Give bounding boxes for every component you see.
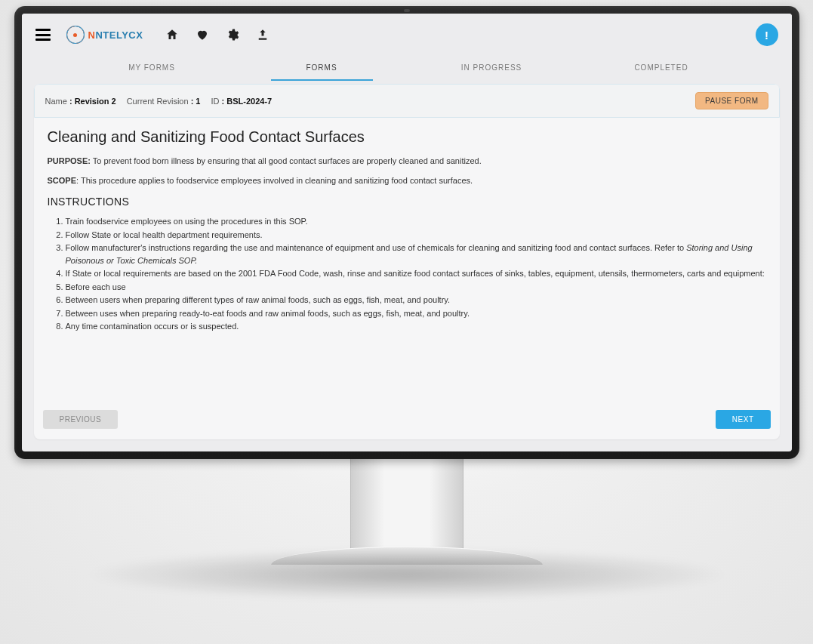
tab-in-progress[interactable]: IN PROGRESS (407, 56, 577, 81)
app-root: NNTELYCX ! MY FORMS FORMS (22, 14, 792, 451)
top-icon-group (165, 28, 269, 42)
form-card: Name : Revision 2 Current Revision : 1 I… (34, 84, 780, 439)
list-item: Between users when preparing different t… (66, 294, 766, 307)
previous-button: PREVIOUS (43, 410, 119, 429)
monitor-bezel: NNTELYCX ! MY FORMS FORMS (14, 6, 799, 459)
tab-label: IN PROGRESS (461, 63, 522, 72)
form-name: Name : Revision 2 (45, 97, 116, 106)
monitor-shadow (82, 548, 731, 601)
monitor-stand-neck (350, 459, 463, 550)
list-item: If State or local requirements are based… (66, 267, 766, 280)
tab-label: FORMS (306, 63, 337, 72)
monitor-mockup: NNTELYCX ! MY FORMS FORMS (14, 6, 799, 601)
purpose-line: PURPOSE: To prevent food born illness by… (48, 156, 766, 165)
list-item: Train foodservice employees on using the… (66, 215, 766, 228)
upload-icon[interactable] (256, 28, 269, 42)
list-item: Follow manufacturer's instructions regar… (66, 242, 766, 267)
menu-icon[interactable] (35, 29, 51, 41)
home-icon[interactable] (165, 28, 179, 42)
list-item: Any time contamination occurs or is susp… (66, 320, 766, 333)
brand-logo[interactable]: NNTELYCX (64, 23, 143, 46)
tab-label: COMPLETED (634, 63, 688, 72)
gear-icon[interactable] (226, 28, 239, 42)
tab-my-forms[interactable]: MY FORMS (67, 56, 237, 81)
form-body: Cleaning and Sanitizing Food Contact Sur… (34, 118, 780, 404)
document-title: Cleaning and Sanitizing Food Contact Sur… (48, 128, 766, 146)
next-button[interactable]: NEXT (716, 410, 771, 429)
brand-atom-icon (64, 23, 87, 46)
form-header: Name : Revision 2 Current Revision : 1 I… (34, 84, 780, 118)
scope-line: SCOPE: This procedure applies to foodser… (48, 176, 766, 185)
tab-forms[interactable]: FORMS (237, 56, 407, 81)
form-id: ID : BSL-2024-7 (211, 97, 272, 106)
alert-button[interactable]: ! (756, 23, 778, 46)
alert-icon: ! (765, 29, 768, 42)
form-footer: PREVIOUS NEXT (34, 404, 780, 439)
form-revision: Current Revision : 1 (127, 97, 201, 106)
list-item: Between uses when preparing ready-to-eat… (66, 307, 766, 320)
list-item: Before each use (66, 281, 766, 294)
tab-label: MY FORMS (128, 63, 175, 72)
tab-bar: MY FORMS FORMS IN PROGRESS COMPLETED (22, 56, 792, 81)
brand-name: NNTELYCX (88, 29, 143, 41)
list-item: Follow State or local health department … (66, 229, 766, 242)
screen: NNTELYCX ! MY FORMS FORMS (22, 14, 792, 451)
tab-completed[interactable]: COMPLETED (577, 56, 747, 81)
instructions-heading: INSTRUCTIONS (48, 196, 766, 208)
instructions-list: Train foodservice employees on using the… (48, 215, 766, 333)
heart-icon[interactable] (196, 28, 209, 42)
pause-form-button[interactable]: PAUSE FORM (695, 92, 768, 109)
topbar: NNTELYCX ! (22, 14, 792, 56)
